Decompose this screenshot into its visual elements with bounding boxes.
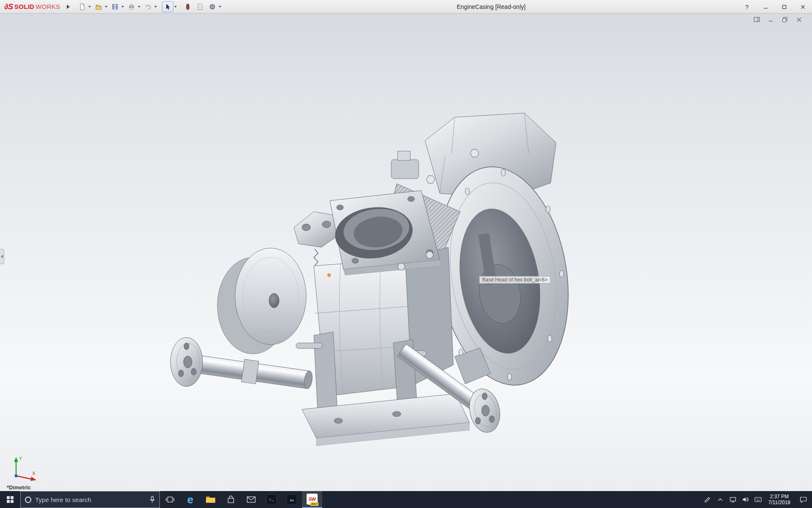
minimize-button[interactable] [756,0,775,14]
app-dark-1-button[interactable] [261,491,282,508]
start-button[interactable] [0,491,20,508]
maximize-button[interactable] [775,0,793,14]
clock-date: 7/11/2018 [768,500,791,505]
hidden-icons-button[interactable] [714,491,727,508]
search-input[interactable] [35,496,145,503]
taskbar-search[interactable] [20,491,160,508]
quick-access-toolbar [76,1,158,12]
open-caret[interactable] [105,6,107,8]
undo-icon [145,3,151,10]
mail-icon [247,496,256,503]
undo-button[interactable] [142,1,154,12]
app-dark-2-icon [287,494,297,505]
app-dark-2-button[interactable] [282,491,302,508]
mail-button[interactable] [241,491,261,508]
options-caret[interactable] [219,6,221,8]
open-button[interactable] [93,1,104,12]
print-caret[interactable] [138,6,140,8]
solidworks-logo: ∂S SOLIDWORKS [0,3,63,11]
tools-group [181,1,222,12]
open-folder-icon [95,3,102,10]
task-view-button[interactable] [160,491,180,508]
file-explorer-icon [206,495,216,504]
touch-keyboard-button[interactable] [752,491,765,508]
solidworks-window: ∂S SOLIDWORKS [0,0,812,508]
action-center-icon [800,497,807,503]
store-button[interactable] [221,491,241,508]
file-explorer-button[interactable] [200,491,221,508]
solidworks-app-icon: SW 2017 [307,494,318,505]
panel-collapse-tab[interactable] [0,249,4,264]
microphone-icon[interactable] [149,496,155,503]
save-floppy-icon [112,3,118,10]
taskbar-clock[interactable]: 2:37 PM 7/11/2018 [765,491,795,508]
windows-logo-icon [7,496,14,503]
model-top-flange[interactable] [330,190,442,275]
print-button[interactable] [126,1,137,12]
windows-taskbar: e [0,491,812,508]
chevron-up-icon [718,498,723,501]
window-title: EngineCasing [Read-only] [457,0,526,14]
select-cursor-icon [165,3,171,10]
model-left-cover-disc[interactable] [217,248,306,354]
menu-flyout-arrow[interactable] [67,5,70,9]
system-tray: 2:37 PM 7/11/2018 [701,491,812,508]
document-window-controls [753,17,803,23]
doc-minimize-button[interactable] [767,17,775,23]
title-bar: ∂S SOLIDWORKS [0,0,812,14]
new-document-caret[interactable] [88,6,91,8]
selection-point[interactable] [327,273,331,277]
collapse-arrow-icon [1,255,3,258]
doc-close-button[interactable] [795,17,803,23]
help-button[interactable]: ? [738,0,756,14]
window-controls: ? [738,0,812,14]
file-properties-button[interactable] [194,1,206,12]
cortana-icon [25,497,31,503]
select-tool-button[interactable] [162,1,173,12]
solidworks-app-year: 2017 [310,502,318,506]
doc-restore-icon [782,17,788,22]
undo-caret[interactable] [154,6,157,8]
save-caret[interactable] [121,6,124,8]
doc-restore-button[interactable] [781,17,789,23]
keyboard-icon [754,497,762,502]
rebuild-icon [184,3,191,10]
select-tool-caret[interactable] [174,6,177,8]
rebuild-button[interactable] [182,1,193,12]
brand-solid-text: SOLID [14,3,34,10]
triad-y-label: Y [19,456,22,461]
engine-casing-model[interactable] [0,14,812,491]
ds-logo-icon: ∂S [4,3,13,11]
doc-minimize-icon [768,17,774,22]
clock-time: 2:37 PM [768,494,791,500]
doc-pane-icon [754,17,760,22]
brand-works-text: WORKS [36,3,60,10]
network-button[interactable] [727,491,739,508]
graphics-viewport[interactable]: Base:Head of hex bolt_ai<6> Y X *Dimetri… [0,14,812,491]
options-button[interactable] [206,1,218,12]
view-orientation-label: *Dimetric [7,484,31,491]
edge-icon: e [187,494,193,505]
maximize-icon [782,5,787,9]
action-center-button[interactable] [794,491,812,508]
task-view-icon [166,496,174,503]
select-tool-group [162,1,178,12]
pen-icon [704,497,710,503]
new-document-icon [79,3,85,10]
solidworks-taskbar-button[interactable]: SW 2017 [302,491,322,508]
close-icon [801,5,805,9]
doc-pane-button[interactable] [753,17,761,23]
triad-x-label: X [32,471,36,476]
close-button[interactable] [793,0,812,14]
minimize-icon [763,5,768,9]
doc-close-icon [796,17,802,22]
save-button[interactable] [109,1,121,12]
network-icon [730,497,736,502]
store-bag-icon [227,495,235,504]
edge-button[interactable]: e [180,491,200,508]
windows-ink-button[interactable] [701,491,714,508]
volume-button[interactable] [739,491,752,508]
print-icon [128,3,135,10]
solidworks-app-label: SW [309,497,316,502]
new-document-button[interactable] [76,1,88,12]
